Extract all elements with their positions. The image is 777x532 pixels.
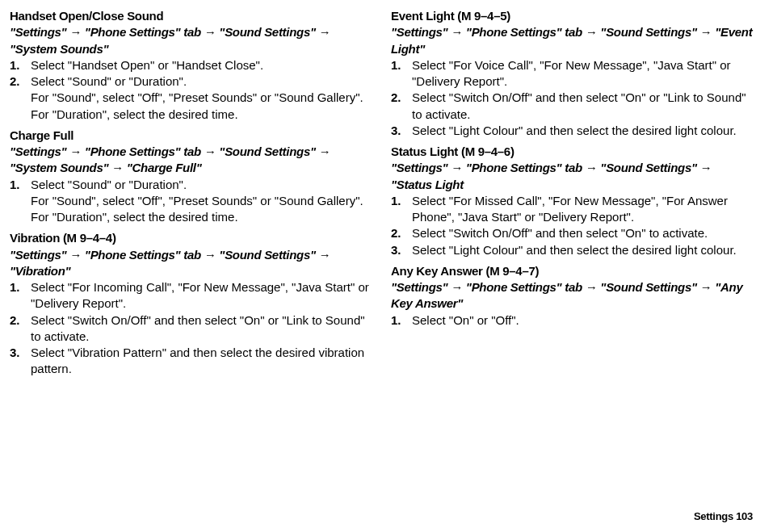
steps-list: 1.Select "For Incoming Call", "For New M…	[10, 279, 372, 378]
heading-text: Vibration	[10, 231, 60, 245]
step-number: 3.	[10, 345, 31, 361]
heading-event-light: Event Light (M 9–4–5)	[391, 8, 753, 24]
step-main: Select "Sound" or "Duration".	[31, 74, 187, 88]
step-number: 1.	[391, 57, 412, 73]
step-number: 1.	[10, 57, 31, 73]
menu-code: (M 9–4–4)	[63, 231, 116, 245]
heading-handset-open-close: Handset Open/Close Sound	[10, 8, 372, 24]
step-text: Select "Sound" or "Duration".For "Sound"…	[31, 177, 372, 226]
step-text: Select "Switch On/Off" and then select "…	[31, 312, 372, 346]
nav-path: "Settings" → "Phone Settings" tab → "Sou…	[10, 24, 372, 57]
step: 1.Select "For Incoming Call", "For New M…	[10, 279, 372, 312]
step-main: Select "Sound" or "Duration".	[31, 178, 187, 191]
step: 2.Select "Switch On/Off" and then select…	[391, 90, 753, 123]
heading-text: Status Light	[391, 145, 458, 158]
step: 1.Select "Sound" or "Duration".For "Soun…	[10, 177, 372, 226]
step-sub: For "Duration", select the desired time.	[31, 209, 372, 225]
step: 2.Select "Sound" or "Duration".For "Soun…	[10, 73, 372, 123]
left-column: Handset Open/Close Sound "Settings" → "P…	[10, 5, 372, 383]
step: 3.Select "Light Colour" and then select …	[391, 123, 753, 139]
step-text: Select "For Incoming Call", "For New Mes…	[31, 279, 372, 312]
step: 2.Select "Switch On/Off" and then select…	[10, 312, 372, 346]
step-text: Select "Handset Open" or "Handset Close"…	[31, 57, 372, 73]
step-text: Select "Light Colour" and then select th…	[412, 242, 753, 258]
heading-status-light: Status Light (M 9–4–6)	[391, 144, 753, 160]
step: 1.Select "Handset Open" or "Handset Clos…	[10, 57, 372, 73]
step-sub: For "Sound", select "Off", "Preset Sound…	[31, 193, 372, 209]
step-text: Select "Light Colour" and then select th…	[412, 123, 753, 139]
nav-path: "Settings" → "Phone Settings" tab → "Sou…	[391, 24, 753, 57]
step-sub: For "Sound", select "Off", "Preset Sound…	[31, 90, 372, 106]
step: 1.Select "For Voice Call", "For New Mess…	[391, 57, 753, 90]
heading-charge-full: Charge Full	[10, 128, 372, 144]
steps-list: 1.Select "Sound" or "Duration".For "Soun…	[10, 177, 372, 226]
step: 1.Select "On" or "Off".	[391, 312, 753, 329]
nav-path: "Settings" → "Phone Settings" tab → "Sou…	[391, 160, 753, 193]
step-number: 2.	[10, 73, 31, 90]
step-number: 1.	[10, 279, 31, 295]
step: 1.Select "For Missed Call", "For New Mes…	[391, 193, 753, 226]
right-column: Event Light (M 9–4–5) "Settings" → "Phon…	[391, 5, 753, 383]
page-footer: Settings 103	[694, 509, 753, 524]
nav-path: "Settings" → "Phone Settings" tab → "Sou…	[391, 279, 753, 312]
step-number: 1.	[391, 312, 412, 329]
menu-code: (M 9–4–5)	[457, 9, 510, 23]
step-sub: For "Duration", select the desired time.	[31, 107, 372, 123]
step-text: Select "Switch On/Off" and then select "…	[412, 90, 753, 123]
heading-text: Any Key Answer	[391, 264, 483, 278]
step-text: Select "Vibration Pattern" and then sele…	[31, 345, 372, 378]
step-text: Select "For Voice Call", "For New Messag…	[412, 57, 753, 90]
step: 3.Select "Light Colour" and then select …	[391, 242, 753, 258]
step-number: 2.	[391, 225, 412, 241]
step-number: 3.	[391, 242, 412, 258]
page-content: Handset Open/Close Sound "Settings" → "P…	[0, 0, 777, 383]
step-number: 1.	[391, 193, 412, 209]
menu-code: (M 9–4–6)	[461, 145, 514, 158]
nav-path: "Settings" → "Phone Settings" tab → "Sou…	[10, 144, 372, 177]
step-text: Select "Sound" or "Duration".For "Sound"…	[31, 73, 372, 123]
steps-list: 1.Select "For Missed Call", "For New Mes…	[391, 193, 753, 258]
steps-list: 1.Select "Handset Open" or "Handset Clos…	[10, 57, 372, 123]
heading-text: Event Light	[391, 9, 454, 23]
step: 2.Select "Switch On/Off" and then select…	[391, 225, 753, 241]
steps-list: 1.Select "For Voice Call", "For New Mess…	[391, 57, 753, 139]
menu-code: (M 9–4–7)	[486, 264, 540, 278]
step: 3.Select "Vibration Pattern" and then se…	[10, 345, 372, 378]
heading-vibration: Vibration (M 9–4–4)	[10, 230, 372, 246]
heading-any-key-answer: Any Key Answer (M 9–4–7)	[391, 263, 753, 279]
step-number: 2.	[10, 312, 31, 329]
step-text: Select "Switch On/Off" and then select "…	[412, 225, 753, 241]
steps-list: 1.Select "On" or "Off".	[391, 312, 753, 329]
nav-path: "Settings" → "Phone Settings" tab → "Sou…	[10, 247, 372, 280]
step-text: Select "For Missed Call", "For New Messa…	[412, 193, 753, 226]
step-number: 2.	[391, 90, 412, 106]
step-text: Select "On" or "Off".	[412, 312, 753, 329]
step-number: 1.	[10, 177, 31, 193]
step-number: 3.	[391, 123, 412, 139]
